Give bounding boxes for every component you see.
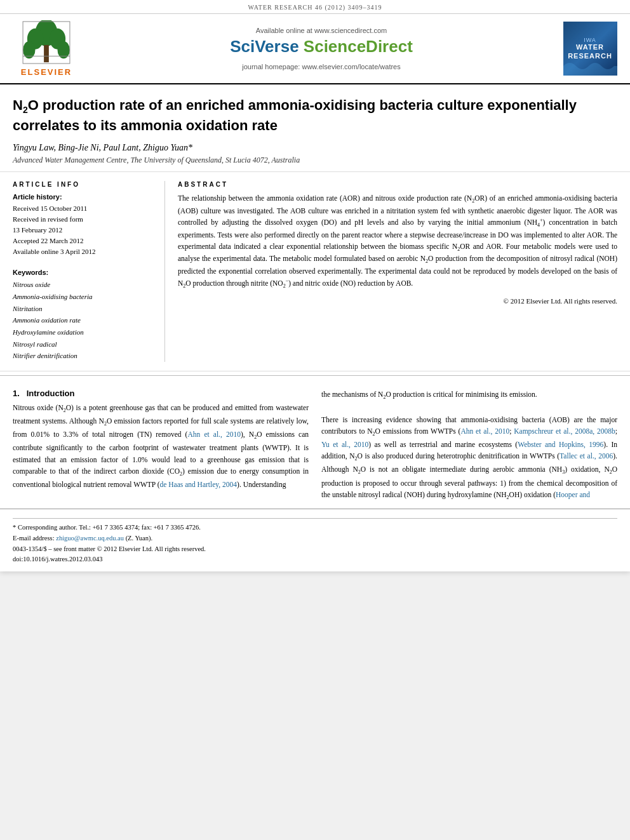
available-online-text: Available online at www.sciencedirect.co… (256, 27, 387, 34)
footnote-doi: doi:10.1016/j.watres.2012.03.043 (13, 554, 617, 565)
revised-date: 13 February 2012 (13, 225, 154, 236)
abstract-heading: ABSTRACT (178, 181, 617, 188)
intro-right-text: the mechanisms of N2O production is crit… (321, 389, 617, 502)
abstract-col: ABSTRACT The relationship between the am… (165, 181, 617, 362)
water-research-logo: IWA WATERRESEARCH (561, 20, 619, 77)
sciverse-direct: ScienceDirect (304, 37, 413, 56)
article-info-col: ARTICLE INFO Article history: Received 1… (13, 181, 165, 362)
section-title: Introduction (27, 389, 75, 398)
header-center: Available online at www.sciencedirect.co… (88, 20, 555, 77)
footnote-email: E-mail address: zhiguo@awmc.uq.edu.au (Z… (13, 533, 617, 544)
sciverse-sci: SciVerse (230, 37, 304, 56)
wr-iwa: IWA (584, 37, 596, 43)
svg-rect-5 (44, 45, 49, 62)
wr-box: IWA WATERRESEARCH (563, 22, 617, 76)
received-date: Received 15 October 2011 (13, 203, 154, 214)
intro-left-text: Nitrous oxide (N2O) is a potent greenhou… (13, 402, 309, 491)
keyword-6: Nitrosyl radical (13, 338, 154, 350)
intro-number: 1. Introduction (13, 389, 309, 398)
revised-label: Received in revised form (13, 214, 154, 225)
journal-homepage: journal homepage: www.elsevier.com/locat… (242, 63, 400, 70)
article-info-abstract: ARTICLE INFO Article history: Received 1… (0, 172, 630, 371)
intro-right: the mechanisms of N2O production is crit… (321, 389, 617, 502)
accepted-date: Accepted 22 March 2012 (13, 236, 154, 246)
page: WATER RESEARCH 46 (2012) 3409–3419 ELSEV (0, 0, 630, 571)
keyword-3: Nitritation (13, 303, 154, 315)
intro-section: 1. Introduction Nitrous oxide (N2O) is a… (0, 380, 630, 509)
journal-citation: WATER RESEARCH 46 (2012) 3409–3419 (248, 4, 382, 11)
header-area: ELSEVIER Available online at www.science… (0, 14, 630, 84)
footnote-star: * Corresponding author. Tel.: +61 7 3365… (13, 523, 617, 533)
abstract-text: The relationship between the ammonia oxi… (178, 193, 617, 291)
authors: Yingyu Law, Bing-Jie Ni, Paul Lant, Zhig… (13, 143, 617, 153)
elsevier-tree-icon (21, 20, 72, 65)
keywords-label: Keywords: (13, 269, 154, 276)
wr-wave-icon (563, 57, 617, 76)
section-divider (0, 375, 630, 376)
keyword-5: Hydroxylamine oxidation (13, 326, 154, 338)
available-date: Available online 3 April 2012 (13, 246, 154, 257)
section-num: 1. (13, 389, 20, 398)
article-info-heading: ARTICLE INFO (13, 181, 154, 188)
email-link[interactable]: zhiguo@awmc.uq.edu.au (56, 535, 124, 542)
history-label: Article history: (13, 193, 154, 201)
keyword-1: Nitrous oxide (13, 279, 154, 291)
intro-left: 1. Introduction Nitrous oxide (N2O) is a… (13, 389, 309, 502)
copyright: © 2012 Elsevier Ltd. All rights reserved… (178, 297, 617, 305)
keywords-list: Nitrous oxide Ammonia-oxidising bacteria… (13, 279, 154, 362)
elsevier-logo: ELSEVIER (11, 20, 81, 77)
sciverse-title: SciVerse ScienceDirect (230, 37, 413, 57)
article-title-section: N2O production rate of an enriched ammon… (0, 84, 630, 172)
footnote-issn: 0043-1354/$ – see front matter © 2012 El… (13, 544, 617, 555)
keyword-7: Nitrifier denitrification (13, 350, 154, 362)
elsevier-wordmark: ELSEVIER (21, 67, 72, 77)
journal-bar: WATER RESEARCH 46 (2012) 3409–3419 (0, 0, 630, 14)
author-list: Yingyu Law, Bing-Jie Ni, Paul Lant, Zhig… (13, 143, 192, 152)
footnote-divider (13, 518, 617, 519)
article-main-title: N2O production rate of an enriched ammon… (13, 96, 617, 135)
footnote-section: * Corresponding author. Tel.: +61 7 3365… (0, 509, 630, 571)
keyword-2: Ammonia-oxidising bacteria (13, 291, 154, 303)
keyword-4: Ammonia oxidation rate (13, 314, 154, 326)
affiliation: Advanced Water Management Centre, The Un… (13, 156, 617, 165)
